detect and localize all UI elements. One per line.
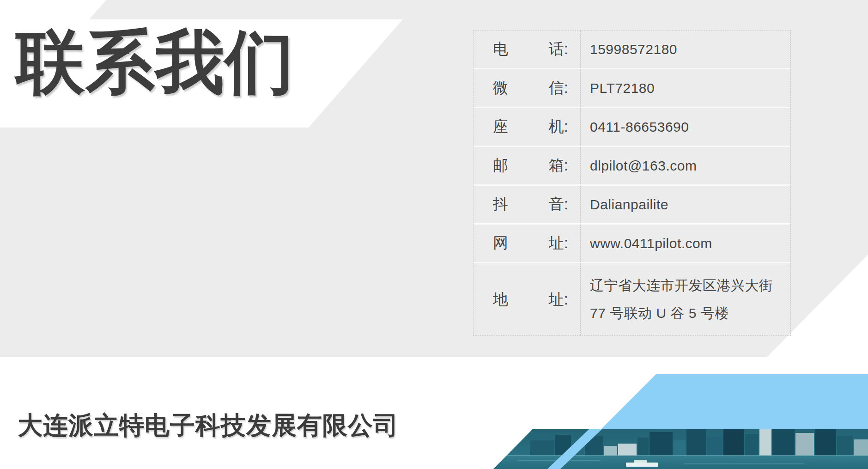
label-char: 信:	[549, 78, 568, 98]
label-char: 箱:	[549, 155, 568, 176]
building	[604, 446, 617, 456]
row-label: 邮 箱:	[473, 147, 581, 184]
label-char: 网	[493, 233, 508, 254]
label-char: 电	[493, 39, 508, 60]
label-char: 机:	[549, 116, 568, 137]
row-value: Dalianpailite	[581, 186, 790, 223]
address-line-1: 辽宁省大连市开发区港兴大街	[590, 277, 773, 294]
label-char: 微	[493, 78, 508, 98]
page-title: 联系我们	[16, 24, 295, 100]
skyline	[490, 429, 868, 456]
table-row-address: 地 址: 辽宁省大连市开发区港兴大街 77 号联动 U 谷 5 号楼	[473, 263, 790, 335]
building	[618, 444, 637, 456]
row-value: PLT72180	[581, 69, 790, 107]
building	[723, 429, 744, 456]
row-label: 微 信:	[473, 69, 581, 107]
building	[637, 438, 649, 456]
building	[854, 439, 868, 456]
company-name: 大连派立特电子科技发展有限公司	[18, 409, 399, 443]
row-label: 抖 音:	[473, 186, 581, 223]
building	[674, 440, 686, 456]
table-row-wechat: 微 信: PLT72180	[473, 69, 790, 108]
title-block: 联系我们	[0, 0, 416, 128]
water	[490, 456, 868, 469]
address-line-2: 77 号联动 U 谷 5 号楼	[590, 305, 729, 322]
label-char: 地	[493, 289, 508, 310]
water-streak	[684, 463, 804, 464]
row-value: dlpilot@163.com	[581, 147, 790, 184]
row-label: 网 址:	[473, 225, 581, 262]
label-char: 址:	[549, 289, 568, 310]
row-label: 电 话:	[473, 30, 581, 68]
label-char: 抖	[493, 194, 508, 215]
row-value: 15998572180	[581, 30, 790, 68]
boat-icon	[626, 463, 658, 467]
label-char: 址:	[549, 233, 568, 254]
row-value: www.0411pilot.com	[581, 225, 790, 262]
table-row-email: 邮 箱: dlpilot@163.com	[473, 147, 790, 186]
row-label: 座 机:	[473, 108, 581, 146]
building	[815, 429, 836, 456]
label-char: 话:	[549, 39, 568, 60]
building	[707, 437, 722, 456]
building	[745, 434, 759, 456]
label-char: 音:	[549, 194, 568, 215]
row-value: 0411-86653690	[581, 108, 790, 146]
building	[530, 440, 554, 456]
building	[837, 436, 853, 456]
building	[686, 429, 706, 456]
table-row-douyin: 抖 音: Dalianpailite	[473, 186, 790, 225]
row-value-address: 辽宁省大连市开发区港兴大街 77 号联动 U 谷 5 号楼	[581, 263, 790, 335]
building	[759, 429, 771, 456]
table-row-website: 网 址: www.0411pilot.com	[473, 225, 790, 263]
cityscape-photo	[490, 429, 868, 469]
building	[795, 433, 814, 456]
contact-table: 电 话: 15998572180 微 信: PLT72180 座 机: 0411…	[473, 30, 791, 336]
row-label: 地 址:	[473, 263, 581, 335]
table-row-landline: 座 机: 0411-86653690	[473, 108, 790, 147]
label-char: 座	[493, 116, 508, 137]
table-row-phone: 电 话: 15998572180	[473, 30, 790, 69]
building	[772, 429, 795, 456]
label-char: 邮	[493, 155, 508, 176]
contact-slide: 联系我们 电 话: 15998572180 微 信: PLT72180 座 机:…	[0, 0, 868, 469]
building	[649, 432, 673, 456]
